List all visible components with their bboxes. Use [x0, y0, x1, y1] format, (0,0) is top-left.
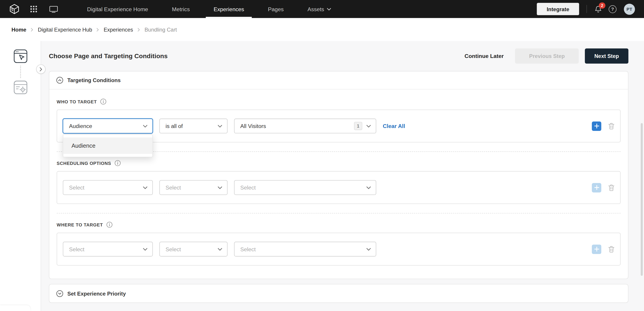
targeting-conditions-body: WHO TO TARGET Audience Audience	[49, 89, 628, 279]
collapse-chevron-down-icon[interactable]	[56, 290, 63, 297]
breadcrumb-chevron-icon	[138, 28, 140, 31]
condition-operator-dropdown[interactable]: is all of	[160, 119, 228, 133]
scheduling-value-placeholder: Select	[240, 184, 362, 191]
trash-icon	[608, 184, 614, 191]
delete-where-button[interactable]	[608, 246, 614, 253]
targeting-conditions-title: Targeting Conditions	[68, 77, 121, 83]
primary-nav: Digital Experience Home Metrics Experien…	[75, 0, 343, 18]
section-divider	[57, 213, 620, 213]
nav-item-experiences[interactable]: Experiences	[202, 0, 256, 18]
nav-item-digital-experience-home[interactable]: Digital Experience Home	[75, 0, 160, 18]
nav-item-assets[interactable]: Assets	[296, 0, 343, 18]
steps-sidebar	[0, 41, 41, 311]
menu-item-audience[interactable]: Audience	[63, 137, 152, 154]
nav-left-group: Digital Experience Home Metrics Experien…	[9, 0, 343, 18]
condition-type-menu: Audience	[63, 134, 153, 157]
top-navigation: Digital Experience Home Metrics Experien…	[0, 0, 644, 18]
chevron-down-icon	[327, 7, 331, 10]
bottom-left-widget	[0, 306, 30, 311]
where-value-placeholder: Select	[240, 246, 362, 252]
step-conditions-icon[interactable]	[14, 80, 27, 94]
breadcrumb-experiences[interactable]: Experiences	[104, 26, 133, 33]
selected-count-badge: 1	[354, 122, 362, 130]
breadcrumb-home[interactable]: Home	[12, 26, 26, 33]
scheduling-label-row: SCHEDULING OPTIONS	[57, 160, 620, 166]
where-type-placeholder: Select	[69, 246, 139, 252]
breadcrumb-chevron-icon	[31, 28, 33, 31]
page-header: Choose Page and Targeting Conditions Con…	[49, 41, 628, 71]
notification-count-badge: 2	[599, 2, 605, 8]
plus-icon	[594, 185, 599, 190]
breadcrumb-current: Bundling Cart	[144, 26, 177, 33]
chevron-down-icon	[218, 125, 222, 128]
condition-operator-value: is all of	[166, 123, 214, 129]
priority-card: Set Experience Priority	[49, 284, 628, 303]
nav-item-pages[interactable]: Pages	[256, 0, 296, 18]
chevron-down-icon	[143, 125, 147, 128]
trash-icon	[608, 246, 614, 253]
notifications-bell-icon[interactable]: 2	[594, 5, 602, 13]
scheduling-value-dropdown[interactable]: Select	[234, 180, 376, 195]
chevron-down-icon	[218, 248, 222, 251]
scheduling-row-actions	[592, 183, 614, 192]
info-icon[interactable]	[114, 160, 121, 166]
previous-step-button[interactable]: Previous Step	[515, 48, 579, 63]
info-icon[interactable]	[100, 98, 106, 105]
where-to-target-label: WHERE TO TARGET	[57, 222, 103, 227]
continue-later-button[interactable]: Continue Later	[465, 53, 504, 59]
condition-type-dropdown[interactable]: Audience Audience	[63, 119, 153, 133]
add-scheduling-button[interactable]	[592, 183, 601, 192]
display-icon[interactable]	[49, 5, 58, 12]
who-row-actions	[592, 121, 614, 131]
scheduling-options-row: Select Select Select	[57, 171, 620, 204]
where-operator-dropdown[interactable]: Select	[160, 242, 228, 256]
condition-type-value: Audience	[69, 123, 139, 129]
next-step-button[interactable]: Next Step	[585, 48, 628, 63]
breadcrumb-digital-experience-hub[interactable]: Digital Experience Hub	[38, 26, 92, 33]
who-to-target-label-row: WHO TO TARGET	[57, 98, 620, 105]
nav-item-metrics[interactable]: Metrics	[160, 0, 202, 18]
scheduling-operator-placeholder: Select	[166, 184, 214, 191]
plus-icon	[594, 247, 599, 252]
trash-icon	[608, 123, 614, 130]
condition-value-dropdown[interactable]: All Visitors 1	[234, 119, 376, 133]
nav-item-assets-label: Assets	[308, 6, 324, 12]
info-icon[interactable]	[106, 222, 112, 228]
targeting-conditions-card-header[interactable]: Targeting Conditions	[49, 71, 628, 89]
scheduling-operator-dropdown[interactable]: Select	[160, 180, 228, 195]
user-avatar[interactable]: PT	[624, 3, 635, 15]
chevron-down-icon	[143, 186, 147, 189]
priority-card-header[interactable]: Set Experience Priority	[49, 284, 628, 303]
step-page-selection-icon[interactable]	[14, 49, 27, 63]
where-operator-placeholder: Select	[166, 246, 214, 252]
brand-logo-icon[interactable]	[9, 4, 20, 14]
clear-all-link[interactable]: Clear All	[383, 123, 405, 129]
condition-value-text: All Visitors	[240, 123, 351, 129]
chevron-down-icon	[218, 186, 222, 189]
priority-card-title: Set Experience Priority	[68, 291, 126, 297]
header-actions: Continue Later Previous Step Next Step	[465, 48, 628, 63]
integrate-button[interactable]: Integrate	[537, 3, 579, 15]
targeting-conditions-card: Targeting Conditions WHO TO TARGET Audie…	[49, 71, 628, 279]
where-to-target-label-row: WHERE TO TARGET	[57, 222, 620, 228]
scheduling-type-placeholder: Select	[69, 184, 139, 191]
scheduling-type-dropdown[interactable]: Select	[63, 180, 153, 195]
delete-condition-button[interactable]	[608, 123, 614, 130]
breadcrumb: Home Digital Experience Hub Experiences …	[0, 18, 644, 41]
collapse-chevron-up-icon[interactable]	[56, 77, 63, 84]
help-icon[interactable]: ?	[608, 5, 616, 13]
nav-divider	[586, 5, 587, 13]
delete-scheduling-button[interactable]	[608, 184, 614, 191]
where-value-dropdown[interactable]: Select	[234, 242, 376, 256]
chevron-down-icon	[366, 125, 371, 128]
scrollbar[interactable]	[641, 123, 643, 276]
add-condition-button[interactable]	[592, 121, 601, 131]
apps-grid-icon[interactable]	[30, 6, 37, 12]
add-where-button[interactable]	[592, 244, 601, 254]
page-title: Choose Page and Targeting Conditions	[49, 52, 168, 60]
content-area: Choose Page and Targeting Conditions Con…	[0, 41, 644, 311]
who-to-target-label: WHO TO TARGET	[57, 99, 97, 104]
step-connector	[20, 65, 21, 78]
where-type-dropdown[interactable]: Select	[63, 242, 153, 256]
where-row-actions	[592, 244, 614, 254]
